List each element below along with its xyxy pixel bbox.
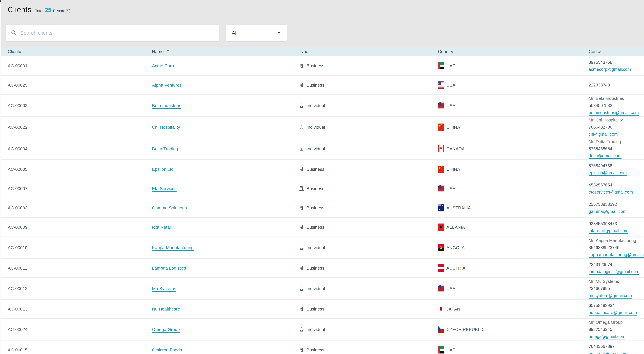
- client-number: AC-00002: [8, 103, 152, 108]
- contact-person-name: Mr. Delta Trading: [588, 139, 644, 144]
- chevron-down-icon: [276, 30, 281, 36]
- type-filter-select[interactable]: All: [226, 24, 287, 41]
- contact-email-link[interactable]: chi@gmail.com: [588, 132, 618, 137]
- type-label: Business: [306, 83, 324, 88]
- table-row: AC-00003 Gamma Solutions Business AUSTRA…: [0, 198, 644, 218]
- client-country: AUSTRIA: [438, 265, 588, 272]
- client-name-link[interactable]: Eta Services: [152, 186, 176, 191]
- client-type: Individual: [299, 327, 438, 332]
- contact-email-link[interactable]: betaindustries@gmail.com: [588, 110, 639, 115]
- flag-australia-icon: [438, 204, 444, 211]
- table-row: AC-00011 Lambda Logistics Business AUSTR…: [0, 259, 644, 278]
- contact-email-link[interactable]: etoservices@gmal.com: [588, 190, 633, 195]
- type-icon: [299, 146, 304, 151]
- flag-china-icon: [438, 123, 444, 131]
- window-corner-artifact: [0, 0, 2, 2]
- contact-email-link[interactable]: kappamanufacturing@gmail.com: [588, 252, 644, 257]
- client-name-link[interactable]: Omicron Foods: [152, 348, 182, 352]
- client-name-link[interactable]: Mu Systems: [152, 286, 176, 291]
- country-label: USA: [446, 83, 456, 88]
- type-icon: [299, 347, 304, 353]
- client-country: CHINA: [438, 123, 588, 131]
- client-name-link[interactable]: Chi Hospitality: [152, 125, 180, 130]
- client-contact: 76443567897omicron@gmail.com: [588, 344, 644, 354]
- contact-email-link[interactable]: lotaretail@gmail.com: [588, 228, 628, 233]
- client-country: CANADA: [438, 145, 588, 152]
- client-number: AC-00001: [8, 63, 152, 68]
- page-header: Clients Total 25 Record(S): [8, 5, 70, 14]
- client-type: Business: [299, 205, 438, 211]
- type-icon: [299, 265, 304, 271]
- type-label: Individual: [306, 125, 325, 130]
- collapsed-sidebar-edge: [0, 2, 1, 354]
- column-header-country[interactable]: Country: [438, 49, 588, 54]
- client-name-link[interactable]: Gamma Solutions: [152, 205, 187, 210]
- type-label: Business: [306, 167, 324, 172]
- contact-person-name: Mr. Kappa Manufacturing: [588, 238, 644, 243]
- sort-ascending-icon: [166, 49, 170, 54]
- type-icon: [299, 245, 304, 250]
- client-number: AC-00022: [8, 125, 152, 130]
- client-name-link[interactable]: Beta Industries: [152, 103, 181, 108]
- contact-person-name: Mr. Chi Hospitality: [588, 118, 644, 122]
- column-header-contact[interactable]: Contact: [588, 49, 644, 54]
- client-contact: Mr. Omega Group8987543245omega@gmail.com: [588, 320, 644, 339]
- search-input[interactable]: [20, 30, 214, 36]
- contact-phone: 7865432786: [588, 125, 644, 130]
- contact-email-link[interactable]: lambdalogistic@gmail.com: [588, 269, 639, 274]
- client-name-link[interactable]: Acme Corp: [152, 63, 174, 68]
- column-header-name[interactable]: Name: [152, 49, 299, 54]
- client-name-link[interactable]: Epsilon Ltd: [152, 167, 174, 172]
- contact-phone: 8987543245: [588, 327, 644, 332]
- country-label: UAE: [446, 63, 456, 68]
- client-type: Individual: [299, 124, 438, 130]
- type-label: Business: [306, 186, 324, 191]
- contact-email-link[interactable]: omega@gmail.com: [588, 334, 625, 339]
- total-label: Total: [35, 9, 43, 13]
- contact-phone: 76443567897: [588, 344, 644, 349]
- contact-email-link[interactable]: gamma@gmail.com: [588, 209, 626, 214]
- client-country: AUSTRALIA: [438, 204, 588, 211]
- contact-email-link[interactable]: nuhealthcare@gmail.com: [588, 310, 637, 315]
- client-name-link[interactable]: Nu Healthcare: [152, 307, 180, 312]
- client-name-link[interactable]: Delta Trading: [152, 146, 178, 151]
- type-label: Individual: [306, 327, 325, 332]
- table-row: AC-00013 Nu Healthcare Business JAPAN 65…: [0, 300, 644, 319]
- client-country: UAE: [438, 62, 588, 69]
- search-box[interactable]: [6, 24, 220, 41]
- contact-email-link[interactable]: acmecorp@gmail.com: [588, 67, 631, 72]
- client-number: AC-00007: [8, 186, 152, 191]
- contact-email-link[interactable]: delta@gmail.com: [588, 153, 622, 158]
- table-row: AC-00024 Omega Group Individual CZECH RE…: [0, 319, 644, 341]
- type-icon: [299, 167, 304, 172]
- client-contact: 923455398473lotaretail@gmail.com: [588, 221, 644, 233]
- contact-phone: 234667995: [588, 286, 644, 291]
- column-header-client[interactable]: Client#: [8, 49, 152, 54]
- column-header-type[interactable]: Type: [299, 49, 438, 54]
- client-contact: Mr. Mu Systems234667995musyatem@gmail.co…: [588, 279, 644, 298]
- client-name-link[interactable]: Alpha Ventures: [152, 83, 182, 87]
- client-type: Business: [299, 63, 438, 68]
- client-number: AC-00010: [8, 245, 152, 250]
- country-label: JAPAN: [446, 307, 460, 312]
- country-label: USA: [446, 286, 456, 291]
- flag-angola-icon: [438, 244, 444, 251]
- country-label: CHINA: [446, 167, 460, 172]
- type-label: Business: [306, 266, 324, 271]
- table-row: AC-00007 Eta Services Business USA 45325…: [0, 179, 644, 198]
- client-name-link[interactable]: Lambda Logistics: [152, 266, 186, 271]
- contact-email-link[interactable]: omicron@gmail.com: [588, 351, 628, 354]
- client-name-link[interactable]: Kappa Manufacturing: [152, 245, 194, 250]
- client-name-link[interactable]: Omega Group: [152, 327, 180, 332]
- type-label: Business: [306, 225, 324, 230]
- client-number: AC-00013: [8, 307, 152, 312]
- client-contact: 2343123574lambdalogistic@gmail.com: [588, 262, 644, 274]
- client-name-link[interactable]: Iota Retail: [152, 225, 172, 230]
- contact-email-link[interactable]: musyatem@gmail.com: [588, 293, 632, 298]
- table-row: AC-00009 Iota Retail Business ALBANIA 92…: [0, 218, 644, 237]
- flag-austria-icon: [438, 265, 444, 272]
- contact-phone: 5634567532: [588, 103, 644, 108]
- type-icon: [299, 306, 304, 312]
- contact-email-link[interactable]: episilon@gmail.com: [588, 170, 627, 175]
- contact-phone: 222333748: [588, 83, 644, 87]
